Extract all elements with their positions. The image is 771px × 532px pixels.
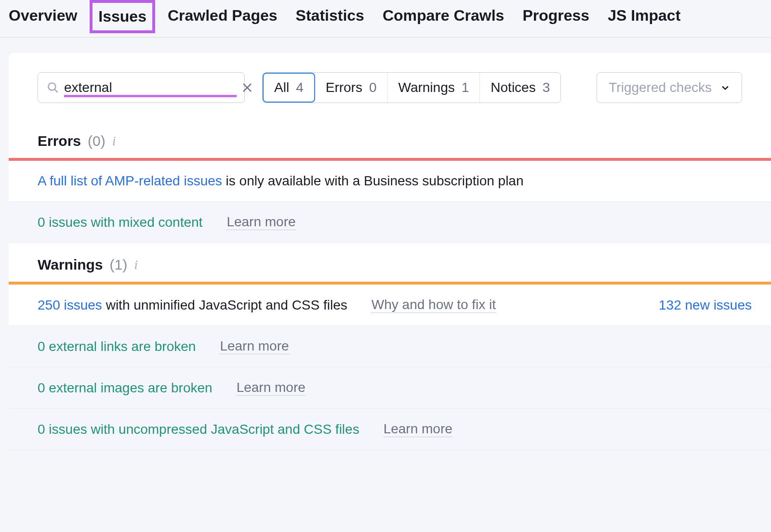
tab-overview[interactable]: Overview — [8, 5, 78, 28]
triggered-checks-label: Triggered checks — [609, 80, 712, 95]
unminified-rest: with unminified JavaScript and CSS files — [102, 298, 347, 312]
learn-more-link[interactable]: Learn more — [226, 214, 295, 230]
uncompressed-text[interactable]: 0 issues with uncompressed JavaScript an… — [38, 422, 359, 437]
tab-js-impact[interactable]: JS Impact — [607, 5, 681, 28]
filter-warnings-label: Warnings — [399, 80, 455, 95]
filter-errors[interactable]: Errors 0 — [315, 73, 388, 103]
svg-point-0 — [48, 83, 55, 90]
svg-line-1 — [54, 89, 58, 92]
learn-more-link[interactable]: Learn more — [384, 421, 452, 437]
unminified-row: 250 issues with unminified JavaScript an… — [9, 285, 771, 326]
ext-links-text[interactable]: 0 external links are broken — [38, 339, 196, 354]
amp-upsell-link[interactable]: A full list of AMP-related issues — [38, 173, 222, 188]
new-issues-link[interactable]: 132 new issues — [659, 298, 752, 313]
search-icon — [47, 81, 59, 94]
filter-errors-label: Errors — [326, 80, 362, 95]
severity-filter-group: All 4 Errors 0 Warnings 1 Notices 3 — [262, 72, 561, 103]
filter-all[interactable]: All 4 — [263, 73, 315, 103]
learn-more-link[interactable]: Learn more — [220, 338, 289, 354]
filter-notices-label: Notices — [491, 80, 535, 95]
unminified-text: 250 issues with unminified JavaScript an… — [38, 298, 347, 313]
issues-toolbar: All 4 Errors 0 Warnings 1 Notices 3 Trig… — [9, 72, 771, 119]
search-input[interactable] — [64, 80, 237, 95]
amp-upsell-row: A full list of AMP-related issues is onl… — [9, 161, 771, 202]
filter-all-count: 4 — [296, 80, 304, 95]
filter-errors-count: 0 — [369, 80, 377, 95]
filter-notices-count: 3 — [543, 80, 550, 95]
info-icon[interactable]: i — [112, 133, 116, 149]
learn-more-link[interactable]: Learn more — [237, 380, 306, 396]
errors-title: Errors — [38, 133, 81, 149]
tab-compare-crawls[interactable]: Compare Crawls — [382, 5, 505, 28]
tab-crawled-pages[interactable]: Crawled Pages — [167, 5, 279, 28]
unminified-count-link[interactable]: 250 issues — [38, 298, 102, 312]
amp-upsell-rest: is only available with a Business subscr… — [222, 173, 524, 188]
filter-warnings[interactable]: Warnings 1 — [388, 73, 480, 103]
warnings-title: Warnings — [38, 257, 103, 273]
ext-images-text[interactable]: 0 external images are broken — [38, 380, 213, 396]
mixed-content-row: 0 issues with mixed content Learn more — [9, 202, 771, 243]
info-icon[interactable]: i — [134, 257, 138, 272]
mixed-content-text[interactable]: 0 issues with mixed content — [38, 215, 202, 230]
filter-warnings-count: 1 — [462, 80, 469, 95]
triggered-checks-button[interactable]: Triggered checks — [597, 72, 742, 103]
amp-upsell-text: A full list of AMP-related issues is onl… — [38, 173, 524, 189]
chevron-down-icon — [720, 83, 730, 92]
warnings-count: (1) — [110, 257, 128, 273]
uncompressed-row: 0 issues with uncompressed JavaScript an… — [9, 409, 771, 450]
filter-all-label: All — [274, 80, 289, 95]
issues-card: All 4 Errors 0 Warnings 1 Notices 3 Trig… — [9, 53, 771, 450]
top-tabs: Overview Issues Crawled Pages Statistics… — [0, 0, 771, 38]
why-fix-link[interactable]: Why and how to fix it — [372, 297, 496, 313]
tab-progress[interactable]: Progress — [521, 5, 590, 28]
ext-links-row: 0 external links are broken Learn more — [9, 326, 771, 367]
ext-images-row: 0 external images are broken Learn more — [9, 367, 771, 409]
search-value-underline — [64, 80, 237, 95]
tab-statistics[interactable]: Statistics — [295, 5, 365, 28]
search-wrap — [38, 72, 245, 103]
tab-issues[interactable]: Issues — [90, 0, 155, 33]
clear-icon[interactable] — [241, 82, 253, 93]
errors-section-head: Errors (0) i — [9, 119, 771, 158]
errors-count: (0) — [88, 133, 106, 149]
warnings-section-head: Warnings (1) i — [9, 243, 771, 282]
filter-notices[interactable]: Notices 3 — [480, 73, 560, 103]
